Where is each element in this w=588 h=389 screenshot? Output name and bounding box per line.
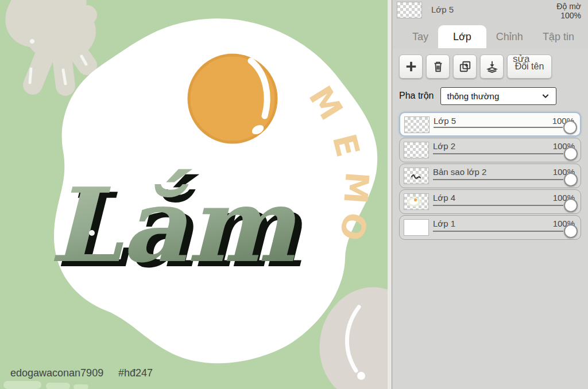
layer-thumbnail (404, 168, 429, 184)
layer-thumbnail (404, 116, 430, 133)
chevron-down-icon (541, 91, 550, 100)
canvas-panel-divider (388, 0, 392, 389)
layer-thumbnail (404, 219, 429, 236)
panel-tabs: Tay Lớp Chỉnh Tập tin (392, 25, 588, 48)
opacity-slider-handle[interactable] (564, 199, 578, 212)
layer-toolbar: Đổi tên sửa (399, 55, 581, 81)
merge-down-button[interactable] (480, 55, 504, 79)
layer-row-ban-sao-lop2[interactable]: Bản sao lớp 2 100% (399, 164, 581, 188)
drawing-canvas[interactable]: M E M O Lắm Lắm edogawaconan7909 (0, 0, 388, 389)
opacity-slider-track[interactable] (433, 205, 563, 206)
mini-egg-yolk (414, 199, 417, 201)
layer-thumbnail (404, 193, 429, 210)
tab-lop[interactable]: Lớp (438, 25, 486, 48)
opacity-value: 100% (556, 11, 581, 20)
svg-text:Lắm: Lắm (49, 165, 297, 285)
layer-tab-content: Đổi tên sửa Pha trộn thông thường Lớp 5 … (392, 48, 588, 389)
layer-list: Lớp 5 100% Lớp 2 100% Bản sao lớp 2 (399, 112, 581, 240)
blend-mode-select[interactable]: thông thường (440, 87, 556, 105)
opacity-slider-handle[interactable] (564, 147, 578, 161)
layer-thumbnail (404, 142, 429, 158)
trash-icon (432, 60, 444, 73)
script-marks (404, 168, 429, 184)
tab-chinh[interactable]: Chỉnh (486, 25, 533, 48)
plus-icon (405, 60, 417, 73)
tab-tay[interactable]: Tay (403, 25, 438, 48)
layer-row-lop2[interactable]: Lớp 2 100% (399, 138, 581, 162)
rename-layer-button[interactable]: Đổi tên (507, 55, 552, 79)
panel-header: Lớp 5 Độ mờ 100% (392, 0, 588, 25)
blend-mode-row: Pha trộn thông thường (399, 87, 581, 105)
svg-text:M: M (336, 170, 376, 205)
lam-lettering: Lắm Lắm (49, 148, 304, 290)
blend-mode-label: Pha trộn (399, 91, 434, 101)
opacity-slider-track[interactable] (433, 231, 563, 232)
opacity-slider-handle[interactable] (564, 224, 578, 238)
username-text: edogawaconan7909 (10, 367, 103, 379)
opacity-slider-track[interactable] (434, 127, 563, 128)
hashtag-text: #hđ247 (118, 367, 153, 379)
layer-row-lop5[interactable]: Lớp 5 100% (399, 112, 581, 137)
duplicate-icon (459, 60, 471, 73)
add-layer-button[interactable] (399, 55, 423, 79)
opacity-slider-handle[interactable] (563, 120, 577, 134)
delete-layer-button[interactable] (426, 55, 450, 79)
tab-tap-tin[interactable]: Tập tin (533, 25, 584, 48)
layer-row-lop1[interactable]: Lớp 1 100% (399, 215, 581, 240)
opacity-slider-handle[interactable] (564, 173, 578, 186)
opacity-slider-track[interactable] (433, 179, 563, 180)
signature-text: edogawaconan7909 #hđ247 (10, 367, 153, 379)
active-layer-thumbnail (397, 2, 422, 18)
layer-row-lop4[interactable]: Lớp 4 100% (399, 189, 581, 214)
opacity-slider-track[interactable] (433, 153, 563, 154)
egg-yolk (189, 55, 276, 142)
layers-panel: Lớp 5 Độ mờ 100% Tay Lớp Chỉnh Tập tin (392, 0, 588, 389)
active-layer-name: Lớp 5 (431, 5, 454, 14)
artwork: M E M O Lắm Lắm edogawaconan7909 (0, 0, 388, 389)
opacity-label: Độ mờ (556, 2, 581, 11)
blend-mode-value: thông thường (447, 91, 499, 101)
duplicate-layer-button[interactable] (453, 55, 477, 79)
merge-down-icon (486, 60, 498, 73)
